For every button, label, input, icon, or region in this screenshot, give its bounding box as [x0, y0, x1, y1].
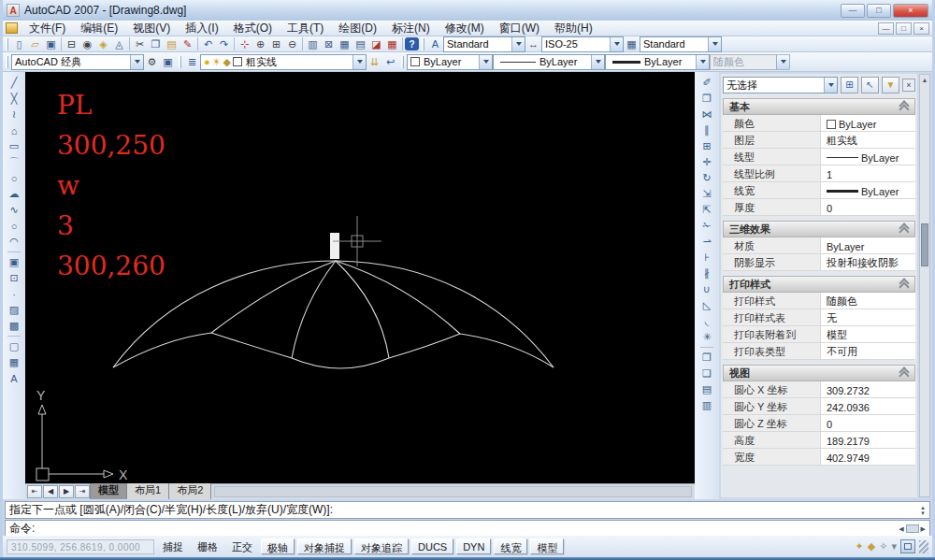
toggle-otrack[interactable]: 对象追踪	[354, 538, 409, 554]
toggle-grid[interactable]: 栅格	[192, 538, 223, 554]
break-button[interactable]: ∦	[698, 266, 715, 281]
selection-combo[interactable]: 无选择	[723, 77, 838, 93]
section-header[interactable]: 基本	[723, 98, 915, 115]
property-value-plottable[interactable]: 无	[820, 309, 915, 325]
first-tab-button[interactable]: ⇤	[27, 485, 42, 498]
palette-scrollbar[interactable]: ▲	[919, 74, 930, 497]
prev-tab-button[interactable]: ◀	[43, 485, 58, 498]
tab-layout1[interactable]: 布局1	[126, 481, 169, 499]
save-workspace-button[interactable]: ▣	[160, 54, 176, 69]
menu-edit[interactable]: 编辑(E)	[74, 20, 124, 37]
layer-previous-button[interactable]: ↩	[382, 54, 398, 69]
gradient-button[interactable]: ▩	[6, 318, 22, 334]
toolbar-grip[interactable]	[422, 38, 424, 50]
chamfer-button[interactable]: ◺	[698, 297, 715, 313]
section-header[interactable]: 视图	[723, 365, 915, 381]
annotation-visibility-icon[interactable]: ✧	[879, 540, 887, 553]
copy-object-button[interactable]: ❐	[698, 91, 715, 107]
redo-button[interactable]: ↷	[216, 36, 232, 51]
publish-button[interactable]: ◈	[95, 36, 111, 51]
linetype-control-combo[interactable]: ByLayer	[493, 54, 605, 70]
scrollbar-thumb[interactable]	[906, 524, 919, 533]
join-button[interactable]: ∪	[698, 281, 715, 297]
property-value-linetype[interactable]: ByLayer	[820, 149, 915, 165]
property-value-lineweight[interactable]: ByLayer	[820, 182, 915, 198]
command-vertical-scrollbar[interactable]: ▲ ▼	[920, 505, 926, 516]
table-button[interactable]: ▦	[6, 354, 22, 370]
model-canvas[interactable]: Y X PL 300,250 w 3 300,260	[25, 72, 695, 483]
tab-model[interactable]: 模型	[90, 481, 127, 499]
break-at-point-button[interactable]: ⊦	[698, 250, 715, 266]
property-value-width[interactable]: 402.9749	[820, 449, 915, 465]
scroll-up-arrow-icon[interactable]: ▲	[922, 75, 928, 83]
extend-button[interactable]: ⇀	[698, 234, 715, 250]
resize-grip[interactable]	[919, 540, 928, 553]
ellipse-button[interactable]: ○	[6, 218, 22, 234]
toggle-pickadd-button[interactable]: ⊞	[841, 77, 858, 93]
array-button[interactable]: ⊞	[698, 138, 715, 154]
open-button[interactable]: ▱	[27, 36, 43, 51]
region-button[interactable]: ▢	[6, 338, 22, 354]
bring-to-front-button[interactable]: ❐	[698, 350, 715, 366]
tool-palettes-button[interactable]: ▤	[352, 36, 368, 51]
combo-arrow[interactable]	[824, 78, 837, 93]
annotation-lock-icon[interactable]: ◆	[868, 540, 875, 553]
command-horizontal-scrollbar[interactable]: ◀ ▶	[899, 524, 926, 533]
property-value-material[interactable]: ByLayer	[820, 237, 915, 253]
dim-style-combo[interactable]: ISO-25	[541, 36, 624, 52]
property-value-ltscale[interactable]: 1	[820, 165, 915, 181]
property-value-plottype[interactable]: 不可用	[820, 343, 915, 359]
save-button[interactable]: ▣	[43, 36, 59, 51]
property-value-plotattach[interactable]: 模型	[820, 326, 915, 342]
menu-insert[interactable]: 插入(I)	[179, 20, 224, 37]
combo-arrow[interactable]	[479, 55, 492, 69]
workspace-settings-button[interactable]: ⚙	[144, 54, 160, 69]
zoom-previous-button[interactable]: ⊖	[284, 36, 300, 51]
tab-layout2[interactable]: 布局2	[168, 481, 211, 499]
doc-close-button[interactable]: ×	[913, 22, 929, 35]
send-to-back-button[interactable]: ❏	[698, 366, 715, 381]
plot-preview-button[interactable]: ◉	[79, 36, 95, 51]
layer-thaw-icon[interactable]: ☀	[212, 56, 222, 68]
fillet-button[interactable]: ◟	[698, 313, 715, 329]
layer-on-icon[interactable]: ●	[204, 56, 210, 67]
match-properties-button[interactable]: ✎	[180, 36, 195, 51]
combo-arrow[interactable]	[130, 55, 143, 69]
block-editor-button[interactable]: ⊠	[321, 36, 337, 51]
property-value-height[interactable]: 189.2179	[820, 432, 915, 448]
toggle-dyn[interactable]: DYN	[456, 538, 491, 554]
tab-scrollbar-track[interactable]	[214, 486, 692, 497]
polygon-button[interactable]: ⌂	[6, 122, 22, 138]
trim-button[interactable]: ✁	[698, 218, 715, 234]
property-value-plotstyle[interactable]: 随颜色	[820, 293, 915, 309]
doc-restore-button[interactable]: □	[896, 22, 912, 35]
point-button[interactable]: ·	[6, 286, 22, 302]
menu-tools[interactable]: 工具(T)	[280, 20, 330, 37]
toolbar-grip[interactable]	[6, 56, 8, 68]
color-control-combo[interactable]: ByLayer	[407, 54, 493, 70]
property-value-color[interactable]: ByLayer	[820, 115, 915, 131]
menu-help[interactable]: 帮助(H)	[548, 20, 599, 37]
paste-button[interactable]: ▤	[164, 36, 180, 51]
scrollbar-thumb[interactable]	[921, 223, 928, 266]
property-value-thickness[interactable]: 0	[820, 199, 915, 215]
collapse-chevron-icon[interactable]	[899, 102, 909, 111]
sheet-set-manager-button[interactable]: ▥	[305, 36, 321, 51]
revision-cloud-button[interactable]: ☁	[6, 186, 22, 202]
crosshair-cursor[interactable]	[333, 216, 381, 266]
table-style-combo[interactable]: Standard	[640, 36, 722, 52]
make-layer-current-button[interactable]: ⇊	[367, 54, 382, 69]
pan-button[interactable]: ⊹	[237, 36, 252, 51]
text-style-combo[interactable]: Standard	[443, 36, 525, 52]
polyline-button[interactable]: ≀	[6, 107, 22, 122]
property-value-center-z[interactable]: 0	[820, 415, 915, 431]
quick-select-button[interactable]: ▼	[882, 77, 899, 93]
property-value-center-x[interactable]: 309.2732	[820, 381, 915, 397]
menu-draw[interactable]: 绘图(D)	[332, 20, 383, 37]
collapse-chevron-icon[interactable]	[899, 368, 909, 378]
scale-button[interactable]: ⇲	[698, 186, 715, 202]
toggle-snap[interactable]: 捕捉	[157, 538, 189, 554]
offset-button[interactable]: ∥	[698, 122, 715, 138]
combo-arrow[interactable]	[352, 55, 366, 69]
minimize-button[interactable]: —	[841, 4, 865, 18]
